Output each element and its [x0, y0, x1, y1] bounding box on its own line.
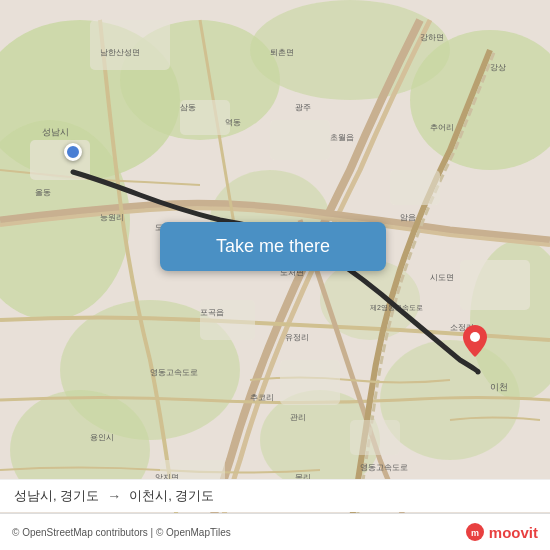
route-info-bar: 성남시, 경기도 → 이천시, 경기도 [0, 479, 550, 512]
svg-point-51 [470, 332, 480, 342]
svg-text:초월읍: 초월읍 [330, 133, 354, 142]
map-container: 성남시 남한산성면 퇴촌면 강하면 강상 삼동 역동 광주 초월읍 추어리 올동… [0, 0, 550, 550]
svg-rect-17 [390, 170, 440, 205]
svg-text:광주: 광주 [295, 103, 311, 112]
svg-text:퇴촌면: 퇴촌면 [270, 48, 294, 57]
svg-rect-18 [460, 260, 530, 310]
svg-text:영동고속도로: 영동고속도로 [360, 463, 408, 472]
route-from: 성남시, 경기도 [14, 487, 99, 505]
map-background: 성남시 남한산성면 퇴촌면 강하면 강상 삼동 역동 광주 초월읍 추어리 올동… [0, 0, 550, 550]
svg-text:관리: 관리 [290, 413, 306, 422]
attribution-text: © OpenStreetMap contributors | © OpenMap… [12, 527, 231, 538]
svg-rect-16 [270, 120, 330, 160]
svg-text:강상: 강상 [490, 63, 506, 72]
moovit-icon: m [465, 522, 485, 542]
svg-text:남한산성면: 남한산성면 [100, 48, 140, 57]
svg-text:올동: 올동 [35, 188, 51, 197]
svg-text:추어리: 추어리 [430, 123, 454, 132]
svg-text:성남시: 성남시 [42, 127, 69, 137]
svg-text:유정리: 유정리 [285, 333, 309, 342]
svg-text:영동고속도로: 영동고속도로 [150, 368, 198, 377]
svg-rect-19 [200, 300, 255, 340]
destination-marker [463, 325, 487, 357]
svg-text:강하면: 강하면 [420, 33, 444, 42]
svg-text:용인시: 용인시 [90, 433, 114, 442]
svg-text:역동: 역동 [225, 118, 241, 127]
svg-text:포곡읍: 포곡읍 [200, 308, 224, 317]
take-me-there-button[interactable]: Take me there [160, 222, 386, 271]
route-to: 이천시, 경기도 [129, 487, 214, 505]
svg-text:이천: 이천 [490, 382, 508, 392]
moovit-brand-text: moovit [489, 524, 538, 541]
svg-rect-20 [280, 360, 340, 405]
svg-rect-14 [90, 20, 170, 70]
svg-rect-13 [30, 140, 90, 180]
bottom-bar: © OpenStreetMap contributors | © OpenMap… [0, 513, 550, 550]
svg-text:시도면: 시도면 [430, 273, 454, 282]
svg-text:암음: 암음 [400, 213, 416, 222]
route-arrow: → [107, 488, 121, 504]
moovit-logo: m moovit [465, 522, 538, 542]
svg-text:능원리: 능원리 [100, 213, 124, 222]
origin-marker [64, 143, 82, 161]
svg-text:제2영동고속도로: 제2영동고속도로 [370, 304, 423, 312]
svg-text:추코리: 추코리 [250, 393, 274, 402]
svg-text:m: m [471, 528, 479, 538]
svg-rect-21 [350, 420, 400, 455]
svg-text:삼동: 삼동 [180, 103, 196, 112]
